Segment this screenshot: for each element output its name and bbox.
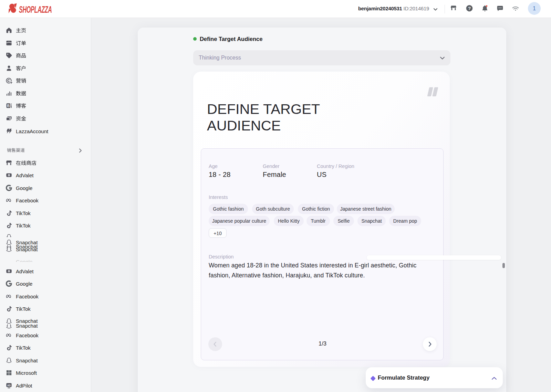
svg-text:B: B [7, 104, 10, 108]
svg-text:AD: AD [7, 384, 11, 386]
svg-text:?: ? [468, 6, 471, 11]
